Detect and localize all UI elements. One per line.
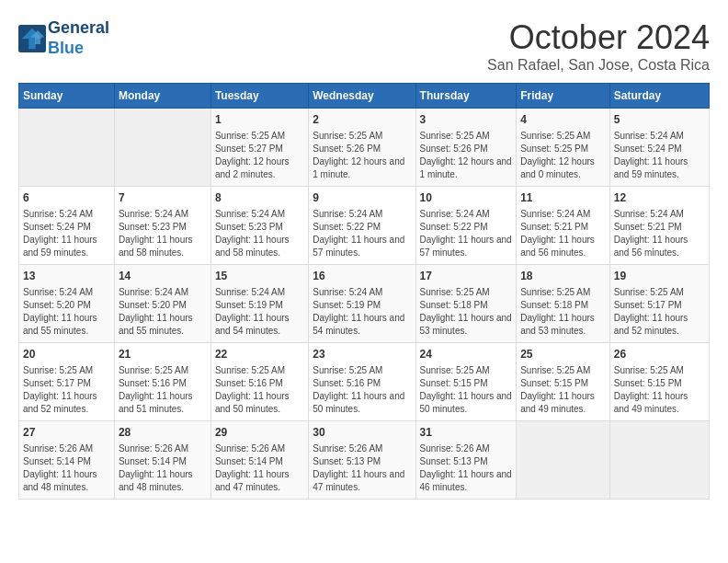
- calendar-cell: 13Sunrise: 5:24 AMSunset: 5:20 PMDayligh…: [19, 265, 115, 343]
- day-info: Sunrise: 5:25 AMSunset: 5:16 PMDaylight:…: [215, 364, 304, 416]
- weekday-header: Thursday: [415, 84, 517, 109]
- day-number: 11: [520, 190, 606, 206]
- day-info: Sunrise: 5:24 AMSunset: 5:20 PMDaylight:…: [119, 286, 207, 338]
- calendar-cell: 8Sunrise: 5:24 AMSunset: 5:23 PMDaylight…: [210, 187, 308, 265]
- calendar-cell: 9Sunrise: 5:24 AMSunset: 5:22 PMDaylight…: [309, 187, 415, 265]
- calendar-cell: 10Sunrise: 5:24 AMSunset: 5:22 PMDayligh…: [415, 187, 517, 265]
- day-number: 3: [420, 112, 513, 128]
- day-info: Sunrise: 5:24 AMSunset: 5:21 PMDaylight:…: [614, 208, 705, 259]
- day-number: 21: [119, 347, 207, 362]
- day-number: 24: [420, 347, 513, 362]
- day-number: 20: [23, 347, 110, 362]
- calendar-cell: 11Sunrise: 5:24 AMSunset: 5:21 PMDayligh…: [517, 187, 610, 265]
- calendar-cell: 24Sunrise: 5:25 AMSunset: 5:15 PMDayligh…: [415, 343, 517, 421]
- day-info: Sunrise: 5:24 AMSunset: 5:23 PMDaylight:…: [119, 208, 207, 259]
- day-number: 18: [520, 269, 606, 284]
- day-number: 23: [313, 347, 411, 362]
- calendar-cell: 30Sunrise: 5:26 AMSunset: 5:13 PMDayligh…: [309, 421, 415, 500]
- calendar-cell: 7Sunrise: 5:24 AMSunset: 5:23 PMDaylight…: [114, 187, 210, 265]
- day-number: 4: [520, 112, 606, 128]
- day-info: Sunrise: 5:25 AMSunset: 5:16 PMDaylight:…: [119, 364, 207, 416]
- calendar-cell: 5Sunrise: 5:24 AMSunset: 5:24 PMDaylight…: [609, 109, 709, 187]
- logo-icon: [18, 25, 46, 52]
- calendar-cell: 1Sunrise: 5:25 AMSunset: 5:27 PMDaylight…: [210, 109, 308, 187]
- day-info: Sunrise: 5:26 AMSunset: 5:13 PMDaylight:…: [313, 442, 411, 494]
- calendar-table: SundayMondayTuesdayWednesdayThursdayFrid…: [18, 83, 710, 500]
- calendar-cell: 20Sunrise: 5:25 AMSunset: 5:17 PMDayligh…: [19, 343, 115, 421]
- day-info: Sunrise: 5:24 AMSunset: 5:19 PMDaylight:…: [215, 286, 304, 338]
- location-subtitle: San Rafael, San Jose, Costa Rica: [487, 57, 710, 74]
- calendar-cell: [517, 421, 610, 500]
- day-number: 29: [215, 425, 304, 441]
- day-number: 27: [23, 425, 110, 441]
- day-info: Sunrise: 5:25 AMSunset: 5:18 PMDaylight:…: [420, 286, 513, 338]
- day-number: 7: [119, 190, 207, 206]
- calendar-week-row: 27Sunrise: 5:26 AMSunset: 5:14 PMDayligh…: [19, 421, 710, 500]
- day-info: Sunrise: 5:25 AMSunset: 5:15 PMDaylight:…: [420, 364, 513, 416]
- day-info: Sunrise: 5:24 AMSunset: 5:20 PMDaylight:…: [23, 286, 110, 338]
- weekday-header: Saturday: [609, 84, 709, 109]
- weekday-header: Wednesday: [309, 84, 415, 109]
- calendar-week-row: 1Sunrise: 5:25 AMSunset: 5:27 PMDaylight…: [19, 109, 710, 187]
- calendar-cell: [19, 109, 115, 187]
- month-title: October 2024: [487, 18, 710, 57]
- calendar-week-row: 13Sunrise: 5:24 AMSunset: 5:20 PMDayligh…: [19, 265, 710, 343]
- day-number: 5: [614, 112, 705, 128]
- calendar-cell: 27Sunrise: 5:26 AMSunset: 5:14 PMDayligh…: [19, 421, 115, 500]
- day-info: Sunrise: 5:25 AMSunset: 5:17 PMDaylight:…: [23, 364, 110, 416]
- day-number: 13: [23, 269, 110, 284]
- calendar-cell: 26Sunrise: 5:25 AMSunset: 5:15 PMDayligh…: [609, 343, 709, 421]
- day-number: 28: [119, 425, 207, 441]
- calendar-cell: 29Sunrise: 5:26 AMSunset: 5:14 PMDayligh…: [210, 421, 308, 500]
- calendar-week-row: 6Sunrise: 5:24 AMSunset: 5:24 PMDaylight…: [19, 187, 710, 265]
- calendar-cell: 15Sunrise: 5:24 AMSunset: 5:19 PMDayligh…: [210, 265, 308, 343]
- day-info: Sunrise: 5:24 AMSunset: 5:23 PMDaylight:…: [215, 208, 304, 259]
- logo-text: General Blue: [48, 18, 109, 58]
- day-info: Sunrise: 5:24 AMSunset: 5:22 PMDaylight:…: [420, 208, 513, 259]
- day-number: 8: [215, 190, 304, 206]
- day-info: Sunrise: 5:25 AMSunset: 5:18 PMDaylight:…: [520, 286, 606, 338]
- calendar-cell: [114, 109, 210, 187]
- day-info: Sunrise: 5:26 AMSunset: 5:13 PMDaylight:…: [420, 442, 513, 494]
- day-number: 15: [215, 269, 304, 284]
- calendar-cell: 3Sunrise: 5:25 AMSunset: 5:26 PMDaylight…: [415, 109, 517, 187]
- calendar-cell: 21Sunrise: 5:25 AMSunset: 5:16 PMDayligh…: [114, 343, 210, 421]
- calendar-cell: 23Sunrise: 5:25 AMSunset: 5:16 PMDayligh…: [309, 343, 415, 421]
- calendar-cell: 25Sunrise: 5:25 AMSunset: 5:15 PMDayligh…: [517, 343, 610, 421]
- day-info: Sunrise: 5:24 AMSunset: 5:24 PMDaylight:…: [614, 130, 705, 181]
- day-info: Sunrise: 5:25 AMSunset: 5:17 PMDaylight:…: [614, 286, 705, 338]
- day-info: Sunrise: 5:25 AMSunset: 5:15 PMDaylight:…: [614, 364, 705, 416]
- calendar-cell: 14Sunrise: 5:24 AMSunset: 5:20 PMDayligh…: [114, 265, 210, 343]
- calendar-cell: 12Sunrise: 5:24 AMSunset: 5:21 PMDayligh…: [609, 187, 709, 265]
- calendar-cell: 31Sunrise: 5:26 AMSunset: 5:13 PMDayligh…: [415, 421, 517, 500]
- day-info: Sunrise: 5:25 AMSunset: 5:26 PMDaylight:…: [313, 130, 411, 181]
- calendar-cell: 28Sunrise: 5:26 AMSunset: 5:14 PMDayligh…: [114, 421, 210, 500]
- day-info: Sunrise: 5:25 AMSunset: 5:26 PMDaylight:…: [420, 130, 513, 181]
- calendar-cell: 2Sunrise: 5:25 AMSunset: 5:26 PMDaylight…: [309, 109, 415, 187]
- logo: General Blue: [18, 18, 109, 58]
- calendar-cell: 18Sunrise: 5:25 AMSunset: 5:18 PMDayligh…: [517, 265, 610, 343]
- weekday-header: Sunday: [19, 84, 115, 109]
- day-info: Sunrise: 5:25 AMSunset: 5:16 PMDaylight:…: [313, 364, 411, 416]
- day-number: 31: [420, 425, 513, 441]
- day-info: Sunrise: 5:24 AMSunset: 5:22 PMDaylight:…: [313, 208, 411, 259]
- calendar-header-row: SundayMondayTuesdayWednesdayThursdayFrid…: [19, 84, 710, 109]
- calendar-cell: [609, 421, 709, 500]
- day-info: Sunrise: 5:24 AMSunset: 5:21 PMDaylight:…: [520, 208, 606, 259]
- calendar-cell: 22Sunrise: 5:25 AMSunset: 5:16 PMDayligh…: [210, 343, 308, 421]
- day-info: Sunrise: 5:26 AMSunset: 5:14 PMDaylight:…: [215, 442, 304, 494]
- day-number: 9: [313, 190, 411, 206]
- day-number: 16: [313, 269, 411, 284]
- day-number: 30: [313, 425, 411, 441]
- weekday-header: Tuesday: [210, 84, 308, 109]
- day-number: 19: [614, 269, 705, 284]
- page-header: General Blue October 2024 San Rafael, Sa…: [18, 18, 710, 74]
- calendar-cell: 4Sunrise: 5:25 AMSunset: 5:25 PMDaylight…: [517, 109, 610, 187]
- calendar-cell: 16Sunrise: 5:24 AMSunset: 5:19 PMDayligh…: [309, 265, 415, 343]
- day-info: Sunrise: 5:26 AMSunset: 5:14 PMDaylight:…: [119, 442, 207, 494]
- weekday-header: Friday: [517, 84, 610, 109]
- day-number: 22: [215, 347, 304, 362]
- day-info: Sunrise: 5:26 AMSunset: 5:14 PMDaylight:…: [23, 442, 110, 494]
- day-number: 12: [614, 190, 705, 206]
- title-block: October 2024 San Rafael, San Jose, Costa…: [487, 18, 710, 74]
